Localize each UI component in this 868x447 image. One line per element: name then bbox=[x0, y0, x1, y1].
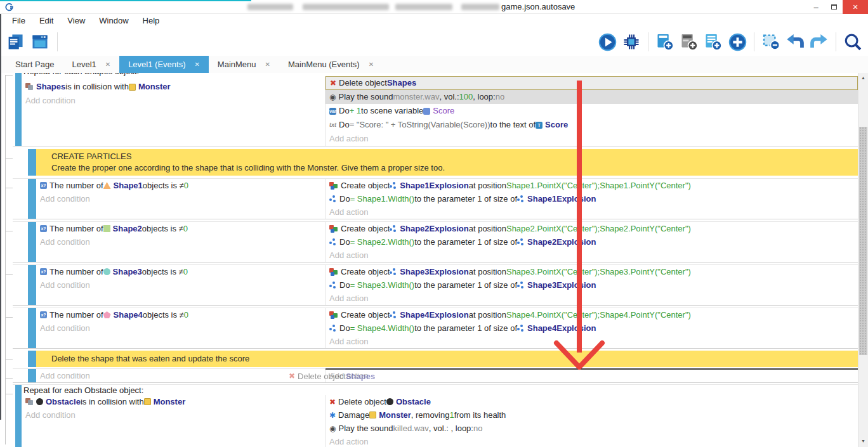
tab-mainmenu[interactable]: MainMenu✕ bbox=[209, 56, 279, 73]
event-shape1[interactable]: x?The number of Shape1 objects is ≠ 0 Ad… bbox=[13, 178, 858, 219]
menu-help[interactable]: Help bbox=[136, 14, 167, 28]
tab-level1[interactable]: Level1✕ bbox=[63, 56, 119, 73]
event-drop-target[interactable]: Add condition Add action ✖Delete object … bbox=[13, 368, 858, 383]
action-row[interactable]: varDo + 1 to scene variable Score bbox=[326, 104, 858, 118]
text-segment: 0 bbox=[184, 179, 188, 192]
action-row[interactable]: Create object Shape2Explosion at positio… bbox=[326, 222, 858, 235]
menu-edit[interactable]: Edit bbox=[32, 14, 60, 28]
tab-mainmenu-events[interactable]: MainMenu (Events)✕ bbox=[279, 56, 383, 73]
condition-row[interactable]: x?The number of Shape4 objects is ≠ 0 bbox=[36, 308, 325, 321]
event-repeat-shapes[interactable]: Repeat for each Shapes object: Shapes is… bbox=[13, 73, 858, 146]
shape4-icon bbox=[103, 311, 111, 318]
scroll-up-icon[interactable]: ▲ bbox=[858, 73, 868, 83]
action-row[interactable]: Do = Shape3.Width() to the parameter 1 o… bbox=[326, 278, 858, 292]
add-comment-icon[interactable] bbox=[703, 32, 723, 52]
project-manager-icon[interactable] bbox=[5, 32, 25, 52]
text-segment: = Shape4.Width() bbox=[350, 321, 415, 335]
comment-create-particles[interactable]: CREATE PARTICLES Create the proper one a… bbox=[13, 149, 858, 176]
event-selection-bar[interactable] bbox=[28, 369, 36, 382]
debug-icon[interactable] bbox=[621, 32, 641, 52]
action-row[interactable]: txtDo = "Score: " + ToString(Variable(Sc… bbox=[326, 118, 858, 132]
vertical-scrollbar[interactable]: ▲ ▼ bbox=[858, 73, 868, 447]
menu-file[interactable]: File bbox=[5, 14, 32, 28]
drop-insertion-line bbox=[326, 368, 858, 370]
add-action[interactable]: Add action bbox=[326, 249, 858, 262]
action-row[interactable]: Do = Shape4.Width() to the parameter 1 o… bbox=[326, 321, 858, 335]
text-segment: Shape1Explosion bbox=[527, 192, 596, 205]
event-selection-bar[interactable] bbox=[28, 308, 36, 348]
scroll-down-icon[interactable]: ▼ bbox=[858, 436, 868, 446]
event-selection-bar[interactable] bbox=[28, 149, 36, 176]
title-bar: game.json.autosave – ✕ bbox=[0, 0, 868, 14]
tab-level1-events[interactable]: Level1 (Events)✕ bbox=[119, 56, 209, 73]
menu-view[interactable]: View bbox=[60, 14, 92, 28]
action-row[interactable]: Do = Shape2.Width() to the parameter 1 o… bbox=[326, 235, 858, 249]
tab-close-icon[interactable]: ✕ bbox=[265, 61, 270, 68]
event-shape3[interactable]: x?The number of Shape3 objects is ≠ 0 Ad… bbox=[13, 264, 858, 306]
search-icon[interactable] bbox=[843, 32, 863, 52]
event-selection-bar[interactable] bbox=[15, 385, 22, 447]
event-selection-bar[interactable] bbox=[15, 73, 22, 146]
event-shape2[interactable]: x?The number of Shape2 objects is ≠ 0 Ad… bbox=[13, 221, 858, 262]
text-segment: no bbox=[496, 90, 504, 104]
add-action[interactable]: Add action bbox=[326, 335, 858, 348]
tab-start-page[interactable]: Start Page bbox=[6, 56, 63, 73]
event-repeat-obstacle[interactable]: Repeat for each Obstacle object: Obstacl… bbox=[13, 384, 858, 447]
text-segment: Shape1.PointX("Center");Shape1.PointY("C… bbox=[506, 179, 691, 192]
text-segment: to the parameter 1 of size of bbox=[414, 235, 517, 249]
condition-row[interactable]: x?The number of Shape3 objects is ≠ 0 bbox=[36, 265, 325, 278]
redo-icon[interactable] bbox=[809, 32, 829, 52]
scrollbar-thumb[interactable] bbox=[859, 127, 867, 355]
action-row[interactable]: ◉Play the sound monster.wav, vol.: 100, … bbox=[326, 90, 858, 104]
add-event-icon[interactable] bbox=[655, 32, 675, 52]
maximize-button[interactable] bbox=[825, 0, 843, 14]
add-subevent-icon[interactable] bbox=[679, 32, 699, 52]
add-condition[interactable]: Add condition bbox=[36, 278, 325, 292]
add-circle-icon[interactable] bbox=[727, 32, 747, 52]
action-row[interactable]: Do = Shape1.Width() to the parameter 1 o… bbox=[326, 192, 858, 205]
window-title: game.json.autosave bbox=[501, 2, 575, 11]
action-row[interactable]: ✱Damage Monster, removing 1 from its hea… bbox=[326, 408, 858, 422]
text-segment: = Shape3.Width() bbox=[350, 278, 415, 292]
add-condition[interactable]: Add condition bbox=[36, 235, 325, 249]
condition-row[interactable]: x?The number of Shape2 objects is ≠ 0 bbox=[36, 222, 325, 235]
event-selection-bar[interactable] bbox=[28, 351, 36, 367]
add-action[interactable]: Add action bbox=[326, 369, 858, 382]
minimize-button[interactable]: – bbox=[807, 0, 825, 14]
add-condition[interactable]: Add condition bbox=[22, 94, 325, 108]
action-row[interactable]: ✖Delete object Obstacle bbox=[326, 395, 858, 408]
add-condition[interactable]: Add condition bbox=[36, 192, 325, 205]
add-action[interactable]: Add action bbox=[326, 292, 858, 305]
undo-icon[interactable] bbox=[785, 32, 805, 52]
add-condition[interactable]: Add condition bbox=[36, 369, 325, 382]
action-row[interactable]: ◉Play the sound killed.wav, vol.: , loop… bbox=[326, 422, 858, 435]
tab-close-icon[interactable]: ✕ bbox=[105, 61, 110, 68]
particle-icon bbox=[329, 282, 337, 289]
event-selection-bar[interactable] bbox=[28, 179, 36, 219]
event-selection-bar[interactable] bbox=[28, 265, 36, 305]
condition-row[interactable]: Obstacle is in collision with Monster bbox=[22, 395, 325, 408]
text-segment: Delete object bbox=[338, 395, 386, 408]
menu-window[interactable]: Window bbox=[92, 14, 135, 28]
condition-row[interactable]: x?The number of Shape1 objects is ≠ 0 bbox=[36, 179, 325, 192]
condition-row[interactable]: Shapes is in collision with Monster bbox=[22, 80, 325, 94]
action-row[interactable]: Create object Shape1Explosion at positio… bbox=[326, 179, 858, 192]
action-row[interactable]: Create object Shape3Explosion at positio… bbox=[326, 265, 858, 278]
add-action[interactable]: Add action bbox=[326, 435, 858, 447]
event-shape4[interactable]: x?The number of Shape4 objects is ≠ 0 Ad… bbox=[13, 308, 858, 349]
comment-delete-shape[interactable]: Delete the shape that was eaten and upda… bbox=[13, 351, 858, 367]
action-row[interactable]: Create object Shape4Explosion at positio… bbox=[326, 308, 858, 321]
add-action[interactable]: Add action bbox=[326, 205, 858, 219]
close-button[interactable]: ✕ bbox=[843, 0, 868, 14]
count-icon: x? bbox=[40, 268, 47, 275]
add-condition[interactable]: Add condition bbox=[22, 408, 325, 422]
play-icon[interactable] bbox=[597, 32, 617, 52]
scene-window-icon[interactable] bbox=[30, 32, 50, 52]
add-action[interactable]: Add action bbox=[326, 132, 858, 146]
tab-close-icon[interactable]: ✕ bbox=[194, 61, 199, 68]
remove-event-icon[interactable] bbox=[761, 32, 781, 52]
tab-close-icon[interactable]: ✕ bbox=[369, 61, 374, 68]
action-row[interactable]: ✖Delete object Shapes bbox=[326, 76, 858, 90]
add-condition[interactable]: Add condition bbox=[36, 321, 325, 335]
event-selection-bar[interactable] bbox=[28, 222, 36, 262]
